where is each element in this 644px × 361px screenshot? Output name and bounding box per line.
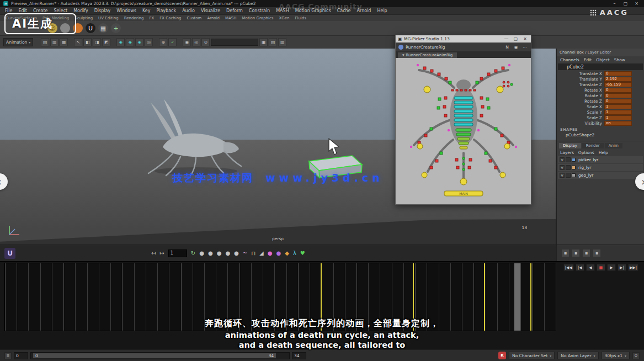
channel-box-toggle-icon[interactable]: ▥: [278, 38, 286, 46]
playback-speed-dropdown[interactable]: 30fps x1 ▾: [602, 352, 630, 359]
go-to-end-button[interactable]: ▶▶|: [628, 264, 638, 271]
picker-window[interactable]: ▣ MG-Picker Studio 1.13 — ▢ × RunnerCrea…: [395, 35, 531, 205]
shelf-tab-rendering[interactable]: Rendering: [124, 16, 144, 20]
menu-key[interactable]: Key: [142, 8, 151, 13]
layer-color-swatch[interactable]: [572, 158, 576, 162]
make-live-icon[interactable]: ⊕: [159, 38, 167, 46]
layer-color-swatch[interactable]: [572, 173, 576, 177]
layers-menu-options[interactable]: Options: [578, 150, 594, 155]
snap-to-point-icon[interactable]: ◈: [135, 38, 143, 46]
key-dot-icon[interactable]: ●: [208, 250, 213, 256]
channel-box-menu-channels[interactable]: Channels: [560, 57, 579, 62]
shelf-tab-fx-caching[interactable]: FX Caching: [159, 16, 181, 20]
step-forward-button[interactable]: ▶|: [618, 264, 626, 271]
minimize-button[interactable]: –: [610, 1, 619, 6]
animation-preferences-icon[interactable]: ⊙: [632, 352, 640, 359]
layer-display-type-toggle[interactable]: [566, 173, 571, 178]
grid-icon[interactable]: ▦: [98, 23, 108, 33]
picker-namespace-icon[interactable]: N: [504, 45, 510, 50]
menu-display[interactable]: Display: [94, 8, 111, 13]
selected-object-name[interactable]: pCube2: [558, 63, 643, 70]
go-to-start-button[interactable]: |◀◀: [563, 264, 574, 271]
picker-rig-menu[interactable]: RunnerCreatureRig: [406, 45, 445, 50]
channel-value-field[interactable]: on: [604, 121, 632, 126]
new-scene-icon[interactable]: ▤: [41, 38, 49, 46]
picker-main-button[interactable]: MAIN: [444, 191, 483, 196]
picker-canvas[interactable]: MAIN: [396, 58, 531, 204]
play-forwards-button[interactable]: ▶: [607, 264, 616, 271]
menu-edit[interactable]: Edit: [18, 8, 27, 13]
picker-spine-controls[interactable]: [454, 97, 473, 126]
layer-visibility-toggle[interactable]: V: [560, 165, 565, 170]
picker-target-icon[interactable]: ◉: [513, 45, 519, 50]
close-button[interactable]: ×: [632, 1, 641, 6]
unity-badge-icon[interactable]: U: [86, 23, 95, 33]
render-icon[interactable]: ◉: [183, 38, 191, 46]
channel-value-field[interactable]: 0: [604, 88, 632, 93]
layer-tab-anim[interactable]: Anim: [605, 143, 622, 148]
snap-to-curve-icon[interactable]: ◈: [126, 38, 134, 46]
menu-playback[interactable]: Playback: [156, 8, 176, 13]
play-backwards-button[interactable]: ◀: [586, 264, 595, 271]
layer-tab-render[interactable]: Render: [582, 143, 604, 148]
menu-audio[interactable]: Audio: [182, 8, 195, 13]
dock-footer-icon[interactable]: ▪: [593, 249, 601, 257]
channel-box-menu-object[interactable]: Object: [596, 57, 609, 62]
shelf-tab-fx[interactable]: FX: [149, 16, 154, 20]
channel-value-field[interactable]: 0: [604, 93, 632, 98]
previous-keyframe-icon[interactable]: ↤: [151, 250, 156, 256]
picker-maximize-button[interactable]: ▢: [512, 36, 519, 41]
layer-row[interactable]: Vpicker_lyr: [558, 156, 643, 163]
ipr-render-icon[interactable]: ◎: [192, 38, 200, 46]
snap-to-grid-icon[interactable]: ◈: [116, 38, 125, 46]
channel-box-menu-show[interactable]: Show: [614, 57, 625, 62]
key-dot-icon[interactable]: ●: [199, 250, 204, 256]
input-line-field[interactable]: [211, 39, 258, 46]
picker-minimize-button[interactable]: —: [503, 36, 510, 41]
layer-visibility-toggle[interactable]: V: [560, 173, 565, 178]
layer-tab-display[interactable]: Display: [559, 143, 581, 148]
shelf-tab-fluids[interactable]: Fluids: [295, 16, 306, 20]
key-dot-icon[interactable]: ●: [225, 250, 230, 256]
attribute-editor-toggle-icon[interactable]: ▣: [259, 38, 268, 46]
channel-value-field[interactable]: 1: [604, 104, 632, 109]
channel-box-menu-edit[interactable]: Edit: [584, 57, 592, 62]
maximize-button[interactable]: ▢: [621, 1, 630, 6]
render-settings-icon[interactable]: ⊙: [201, 38, 210, 46]
layers-menu-help[interactable]: Help: [599, 150, 608, 155]
dock-footer-icon[interactable]: ▪: [572, 249, 580, 257]
layers-menu-layers[interactable]: Layers: [560, 150, 574, 155]
expression-icon[interactable]: λ: [293, 250, 296, 256]
channel-value-field[interactable]: 2.192: [604, 77, 632, 82]
menu-modify[interactable]: Modify: [73, 8, 88, 13]
range-slider-thumb[interactable]: 0 34: [33, 353, 276, 358]
range-start-field[interactable]: 0: [14, 352, 28, 359]
shelf-tab-uv-editing[interactable]: UV Editing: [98, 16, 119, 20]
shelf-tab-sculpting[interactable]: Sculpting: [74, 16, 93, 20]
shelf-tab-mash[interactable]: MASH: [225, 16, 237, 20]
spline-tangent-icon[interactable]: ~: [243, 250, 247, 256]
character-set-dropdown[interactable]: No Character Set ▾: [509, 352, 555, 359]
next-keyframe-icon[interactable]: ↦: [159, 250, 164, 256]
picker-tab[interactable]: ▾ RunnerCreatureAnimRig: [398, 52, 457, 58]
picker-more-icon[interactable]: ⋯: [521, 45, 528, 50]
auto-key-button[interactable]: K: [498, 352, 506, 359]
key-dot-icon[interactable]: ●: [217, 250, 222, 256]
plus-icon[interactable]: +: [111, 23, 121, 33]
plugin-logo-icon[interactable]: U: [4, 248, 15, 259]
loop-playback-icon[interactable]: ↻: [191, 250, 195, 256]
menu-select[interactable]: Select: [54, 8, 67, 13]
channel-value-field[interactable]: -65.159: [604, 82, 632, 87]
layer-display-type-toggle[interactable]: [566, 157, 571, 162]
step-back-button[interactable]: |◀: [576, 264, 584, 271]
time-slider-menu-icon[interactable]: ≡: [4, 352, 12, 359]
buffer-curve-icon[interactable]: ◆: [285, 250, 289, 256]
range-slider-track[interactable]: 0 34: [30, 352, 290, 359]
save-scene-icon[interactable]: ▦: [60, 38, 68, 46]
menu-create[interactable]: Create: [33, 8, 48, 13]
anim-layer-dropdown[interactable]: No Anim Layer ▾: [557, 352, 598, 359]
channel-value-field[interactable]: 1: [604, 110, 632, 115]
construction-history-icon[interactable]: ✓: [168, 38, 177, 46]
dock-footer-icon[interactable]: ▪: [582, 249, 590, 257]
layer-row[interactable]: Vrig_lyr: [558, 164, 643, 171]
